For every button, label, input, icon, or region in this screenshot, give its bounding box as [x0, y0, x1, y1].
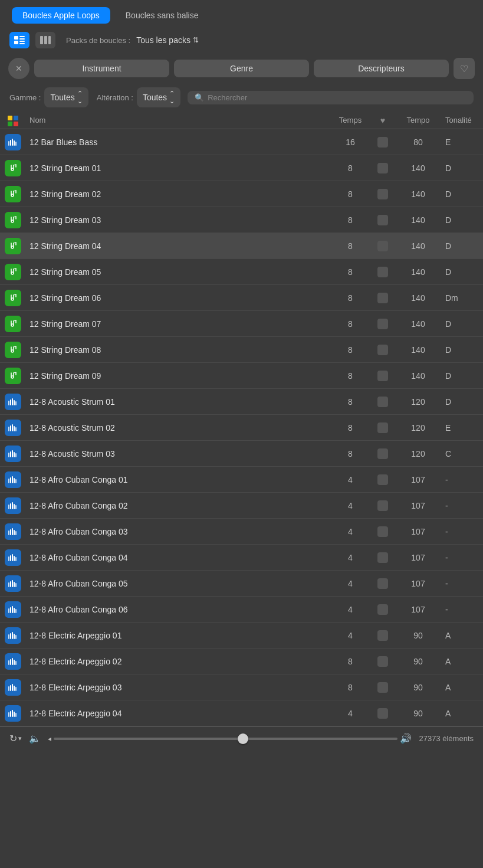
row-heart[interactable]	[371, 293, 395, 303]
favorite-checkbox[interactable]	[377, 526, 388, 537]
descriptors-filter-button[interactable]: Descripteurs	[314, 60, 449, 77]
favorite-checkbox[interactable]	[377, 371, 388, 381]
volume-track-bar[interactable]	[54, 738, 397, 740]
row-heart[interactable]	[371, 345, 395, 355]
row-heart[interactable]	[371, 267, 395, 277]
table-row[interactable]: 12 String Dream 05 8 140 D	[0, 259, 483, 285]
row-heart[interactable]	[371, 656, 395, 667]
pack-select[interactable]: Tous les packs ⇅	[136, 35, 199, 45]
row-heart[interactable]	[371, 422, 395, 433]
table-row[interactable]: 12-8 Afro Cuban Conga 06 4 107 -	[0, 597, 483, 623]
tab-apple-loops[interactable]: Boucles Apple Loops	[12, 7, 110, 24]
table-row[interactable]: 12 String Dream 09 8 140 D	[0, 363, 483, 389]
row-heart[interactable]	[371, 682, 395, 693]
row-heart[interactable]	[371, 241, 395, 251]
favorites-filter-button[interactable]: ♡	[454, 58, 475, 79]
favorite-checkbox[interactable]	[377, 241, 388, 251]
gamme-select[interactable]: Toutes ⌃⌄	[44, 87, 88, 107]
favorite-checkbox[interactable]	[377, 474, 388, 485]
favorite-checkbox[interactable]	[377, 682, 388, 693]
favorite-checkbox[interactable]	[377, 189, 388, 199]
table-row[interactable]: 12-8 Afro Cuban Conga 02 4 107 -	[0, 493, 483, 519]
row-name: 12-8 Afro Cuban Conga 06	[26, 605, 330, 614]
favorite-checkbox[interactable]	[377, 319, 388, 329]
table-row[interactable]: 12 String Dream 06 8 140 Dm	[0, 285, 483, 311]
table-row[interactable]: 12-8 Acoustic Strum 01 8 120 D	[0, 389, 483, 415]
clear-filter-button[interactable]: ✕	[8, 58, 29, 79]
table-row[interactable]: 12 String Dream 02 8 140 D	[0, 181, 483, 207]
row-tonality: A	[442, 657, 483, 666]
column-view-button[interactable]	[35, 32, 55, 48]
row-heart[interactable]	[371, 552, 395, 563]
header-nom[interactable]: Nom	[26, 116, 330, 126]
row-type-icon	[0, 497, 26, 514]
grid-view-button[interactable]	[9, 32, 29, 48]
loop-mode-button[interactable]: ↻ ▾	[9, 733, 22, 744]
row-heart[interactable]	[371, 630, 395, 641]
favorite-checkbox[interactable]	[377, 215, 388, 225]
row-heart[interactable]	[371, 526, 395, 537]
table-row[interactable]: 12 String Dream 01 8 140 D	[0, 155, 483, 181]
row-tempo: 90	[395, 631, 442, 640]
header-tonalite[interactable]: Tonalité	[442, 116, 483, 126]
table-row[interactable]: 12-8 Electric Arpeggio 01 4 90 A	[0, 623, 483, 648]
speaker-button[interactable]: 🔈	[29, 733, 41, 744]
favorite-checkbox[interactable]	[377, 163, 388, 173]
table-row[interactable]: 12 Bar Blues Bass 16 80 E	[0, 129, 483, 155]
favorite-checkbox[interactable]	[377, 604, 388, 615]
favorite-checkbox[interactable]	[377, 500, 388, 511]
favorite-checkbox[interactable]	[377, 397, 388, 407]
alteration-select[interactable]: Toutes ⌃⌄	[137, 87, 180, 107]
table-row[interactable]: 12-8 Electric Arpeggio 03 8 90 A	[0, 674, 483, 700]
row-heart[interactable]	[371, 137, 395, 148]
row-heart[interactable]	[371, 500, 395, 511]
table-row[interactable]: 12-8 Afro Cuban Conga 04 4 107 -	[0, 545, 483, 571]
row-heart[interactable]	[371, 163, 395, 173]
table-row[interactable]: 12-8 Electric Arpeggio 02 8 90 A	[0, 648, 483, 674]
table-row[interactable]: 12 String Dream 04 8 140 D	[0, 233, 483, 259]
row-tempo: 140	[395, 267, 442, 277]
tab-sans-balise[interactable]: Boucles sans balise	[115, 7, 209, 24]
favorite-checkbox[interactable]	[377, 708, 388, 719]
table-row[interactable]: 12 String Dream 08 8 140 D	[0, 337, 483, 363]
favorite-checkbox[interactable]	[377, 448, 388, 459]
table-row[interactable]: 12-8 Acoustic Strum 03 8 120 C	[0, 441, 483, 467]
instrument-filter-button[interactable]: Instrument	[34, 60, 169, 77]
favorite-checkbox[interactable]	[377, 137, 388, 148]
row-heart[interactable]	[371, 189, 395, 199]
volume-thumb[interactable]	[238, 733, 248, 744]
row-heart[interactable]	[371, 708, 395, 719]
volume-slider[interactable]: ◂ 🔊	[48, 733, 412, 744]
table-row[interactable]: 12-8 Acoustic Strum 02 8 120 E	[0, 415, 483, 441]
favorite-checkbox[interactable]	[377, 422, 388, 433]
favorite-checkbox[interactable]	[377, 552, 388, 563]
row-heart[interactable]	[371, 604, 395, 615]
header-tempo[interactable]: Tempo	[395, 116, 442, 126]
row-heart[interactable]	[371, 319, 395, 329]
table-row[interactable]: 12 String Dream 03 8 140 D	[0, 207, 483, 233]
favorite-checkbox[interactable]	[377, 630, 388, 641]
table-row[interactable]: 12-8 Afro Cuban Conga 05 4 107 -	[0, 571, 483, 597]
row-heart[interactable]	[371, 474, 395, 485]
favorite-checkbox[interactable]	[377, 293, 388, 303]
table-row[interactable]: 12-8 Afro Cuban Conga 03 4 107 -	[0, 519, 483, 545]
row-heart[interactable]	[371, 578, 395, 589]
favorite-checkbox[interactable]	[377, 578, 388, 589]
row-heart[interactable]	[371, 448, 395, 459]
row-heart[interactable]	[371, 215, 395, 225]
genre-filter-button[interactable]: Genre	[174, 60, 309, 77]
row-heart[interactable]	[371, 371, 395, 381]
table-row[interactable]: 12-8 Electric Arpeggio 04 4 90 A	[0, 700, 483, 726]
chevron-loop-icon: ▾	[18, 735, 22, 742]
favorite-checkbox[interactable]	[377, 345, 388, 355]
row-heart[interactable]	[371, 397, 395, 407]
table-row[interactable]: 12-8 Afro Cuban Conga 01 4 107 -	[0, 467, 483, 493]
header-temps[interactable]: Temps	[330, 116, 371, 126]
favorite-checkbox[interactable]	[377, 267, 388, 277]
search-box[interactable]: 🔍 Rechercher	[188, 91, 474, 104]
table-row[interactable]: 12 String Dream 07 8 140 D	[0, 311, 483, 337]
favorite-checkbox[interactable]	[377, 656, 388, 667]
row-temps: 8	[330, 163, 371, 173]
type-badge	[5, 134, 21, 150]
search-icon: 🔍	[195, 93, 204, 102]
